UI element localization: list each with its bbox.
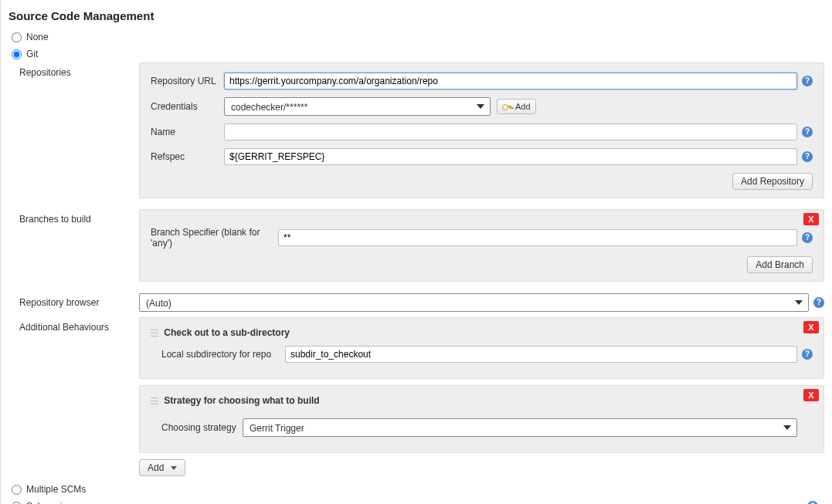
credentials-value: codechecker/******: [224, 97, 491, 116]
name-row: Name ?: [151, 123, 813, 140]
subdir-heading: Check out to a sub-directory: [151, 327, 813, 338]
branches-row: Branches to build X Branch Specifier (bl…: [19, 209, 824, 288]
scm-none-option[interactable]: None: [12, 29, 824, 46]
subdir-heading-text: Check out to a sub-directory: [164, 327, 290, 338]
add-branch-label: Add Branch: [756, 259, 804, 270]
subdir-pane: X Check out to a sub-directory Local sub…: [139, 317, 824, 379]
key-icon: [502, 103, 511, 110]
add-repository-row: Add Repository: [151, 173, 813, 190]
help-icon[interactable]: ?: [802, 232, 813, 243]
branches-label: Branches to build: [19, 209, 139, 229]
credentials-select[interactable]: codechecker/******: [224, 97, 491, 116]
repositories-label: Repositories: [19, 63, 139, 83]
choosing-strategy-value: Gerrit Trigger: [243, 418, 797, 437]
strategy-pane: X Strategy for choosing what to build Ch…: [139, 385, 824, 453]
refspec-input[interactable]: [224, 148, 797, 165]
repository-url-input[interactable]: [224, 73, 797, 90]
drag-handle-icon[interactable]: [151, 329, 158, 338]
local-subdir-row: Local subdirectory for repo ?: [161, 346, 813, 363]
choosing-strategy-row: Choosing strategy Gerrit Trigger ?: [161, 418, 813, 437]
repository-url-row: Repository URL ?: [151, 73, 813, 90]
section-title: Source Code Management: [8, 9, 824, 22]
repo-browser-value: (Auto): [139, 293, 809, 312]
delete-strategy-button[interactable]: X: [803, 389, 819, 401]
strategy-heading: Strategy for choosing what to build: [151, 395, 813, 406]
name-label: Name: [151, 127, 224, 137]
scm-git-radio[interactable]: [12, 49, 22, 59]
repo-browser-label: Repository browser: [19, 293, 139, 313]
branch-pane: X Branch Specifier (blank for 'any') ? A…: [139, 209, 824, 282]
scm-subversion-radio[interactable]: [12, 502, 22, 505]
scm-multiple-label: Multiple SCMs: [26, 484, 86, 495]
scm-subversion-option[interactable]: Subversion ?: [12, 498, 824, 504]
help-icon[interactable]: ?: [802, 349, 813, 360]
refspec-label: Refspec: [151, 151, 224, 162]
scm-git-label: Git: [26, 49, 38, 59]
add-behaviour-button[interactable]: Add: [139, 459, 185, 476]
choosing-strategy-label: Choosing strategy: [161, 422, 243, 433]
branch-specifier-label: Branch Specifier (blank for 'any'): [151, 227, 278, 249]
help-icon[interactable]: ?: [802, 76, 813, 86]
add-branch-row: Add Branch: [151, 256, 813, 273]
add-branch-button[interactable]: Add Branch: [747, 256, 813, 273]
repository-pane: Repository URL ? Credentials codechecker…: [139, 63, 824, 198]
repositories-row: Repositories Repository URL ? Credential…: [19, 63, 824, 205]
add-behaviour-row: Add: [139, 459, 824, 476]
add-behaviour-label: Add: [148, 462, 164, 473]
local-subdir-label: Local subdirectory for repo: [161, 349, 285, 360]
delete-subdir-button[interactable]: X: [803, 321, 819, 333]
help-icon[interactable]: ?: [802, 127, 813, 137]
repository-url-label: Repository URL: [151, 76, 224, 86]
scm-subversion-label: Subversion: [26, 501, 798, 504]
local-subdir-input[interactable]: [285, 346, 797, 363]
branch-specifier-row: Branch Specifier (blank for 'any') ?: [151, 227, 813, 249]
scm-none-radio[interactable]: [12, 32, 22, 42]
repo-browser-row: Repository browser (Auto) ?: [19, 293, 824, 313]
choosing-strategy-select[interactable]: Gerrit Trigger: [243, 418, 797, 437]
add-repository-label: Add Repository: [741, 176, 804, 187]
behaviours-row: Additional Behaviours X Check out to a s…: [19, 317, 824, 476]
git-config-block: Repositories Repository URL ? Credential…: [19, 63, 824, 476]
scm-section: Source Code Management None Git Reposito…: [0, 0, 832, 504]
add-credential-label: Add: [515, 102, 531, 111]
help-icon[interactable]: ?: [802, 151, 813, 162]
scm-multiple-radio[interactable]: [12, 485, 22, 495]
scm-none-label: None: [26, 32, 49, 42]
drag-handle-icon[interactable]: [151, 397, 158, 406]
name-input[interactable]: [224, 123, 797, 140]
behaviours-label: Additional Behaviours: [19, 317, 139, 337]
branch-specifier-input[interactable]: [278, 229, 797, 246]
delete-branch-button[interactable]: X: [803, 213, 819, 225]
refspec-row: Refspec ?: [151, 148, 813, 165]
repo-browser-select[interactable]: (Auto): [139, 293, 809, 312]
help-icon[interactable]: ?: [813, 297, 824, 308]
credentials-row: Credentials codechecker/****** Add ?: [151, 97, 813, 116]
scm-multiple-option[interactable]: Multiple SCMs: [12, 481, 824, 498]
help-icon[interactable]: ?: [807, 501, 818, 504]
scm-git-option[interactable]: Git: [12, 46, 824, 63]
strategy-heading-text: Strategy for choosing what to build: [164, 395, 319, 406]
add-repository-button[interactable]: Add Repository: [732, 173, 813, 190]
credentials-label: Credentials: [151, 101, 224, 112]
add-credential-button[interactable]: Add: [497, 99, 536, 114]
